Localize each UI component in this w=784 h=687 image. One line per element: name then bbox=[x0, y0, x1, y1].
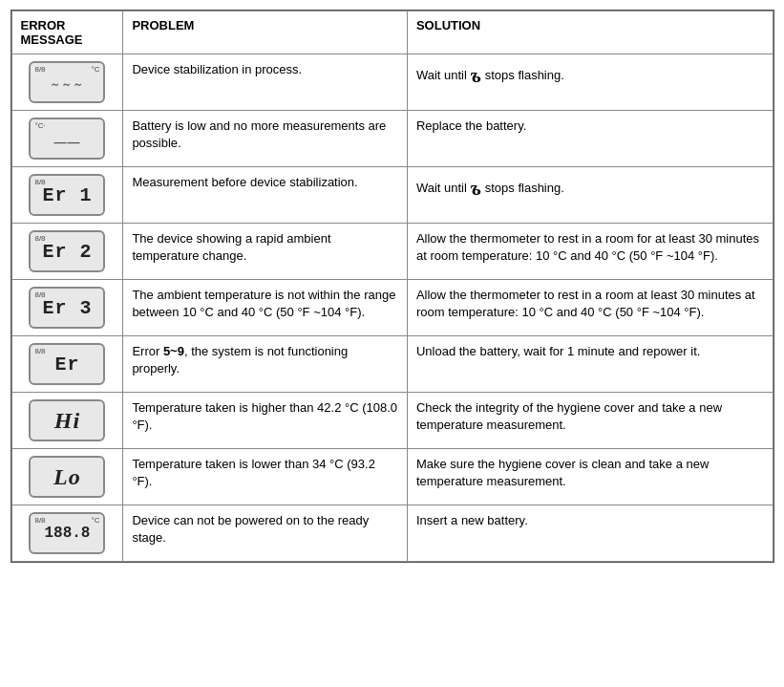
solution-cell: Wait until ъ stops flashing. bbox=[407, 54, 773, 111]
lcd-display: 8/8Er bbox=[29, 343, 105, 385]
error-cell: Lo bbox=[11, 449, 123, 505]
table-row: °C·——Battery is low and no more measurem… bbox=[11, 111, 773, 167]
lcd-text: Hi bbox=[54, 408, 80, 434]
lcd-text: 188.8 bbox=[44, 525, 90, 542]
solution-cell: Insert a new battery. bbox=[407, 505, 773, 562]
lcd-display: 8/8Er 2 bbox=[29, 230, 105, 272]
lcd-display: Lo bbox=[29, 456, 105, 498]
solution-text: Allow the thermometer to rest in a room … bbox=[416, 287, 764, 321]
error-table: ERRORMESSAGE PROBLEM SOLUTION 8/8°C～～～De… bbox=[11, 10, 774, 563]
error-cell: 8/8°C～～～ bbox=[11, 54, 123, 111]
header-solution: SOLUTION bbox=[407, 11, 773, 54]
solution-text: Make sure the hygiene cover is clean and… bbox=[416, 456, 764, 490]
problem-cell: Device can not be powered on to the read… bbox=[123, 505, 408, 562]
solution-cell: Replace the battery. bbox=[407, 111, 773, 167]
table-row: HiTemperature taken is higher than 42.2 … bbox=[11, 393, 773, 449]
header-problem: PROBLEM bbox=[123, 11, 408, 54]
error-cell: 8/8Er 1 bbox=[11, 167, 123, 224]
error-cell: Hi bbox=[11, 393, 123, 449]
header-error: ERRORMESSAGE bbox=[11, 11, 123, 54]
lcd-display: 8/8Er 1 bbox=[29, 174, 105, 216]
table-row: 8/8°C～～～Device stabilization in process.… bbox=[11, 54, 773, 111]
solution-cell: Allow the thermometer to rest in a room … bbox=[407, 280, 773, 336]
solution-cell: Make sure the hygiene cover is clean and… bbox=[407, 449, 773, 505]
lcd-display: °C·—— bbox=[29, 118, 105, 160]
table-row: 8/8ErError 5~9, the system is not functi… bbox=[11, 336, 773, 393]
problem-text: The device showing a rapid ambient tempe… bbox=[132, 230, 398, 265]
error-cell: 8/8Er 2 bbox=[11, 224, 123, 280]
table-row: 8/8Er 2The device showing a rapid ambien… bbox=[11, 224, 773, 280]
lcd-text: —— bbox=[53, 135, 80, 149]
lcd-text: ～～～ bbox=[50, 72, 84, 94]
flash-icon: ъ bbox=[471, 63, 482, 87]
error-cell: 8/8Er 3 bbox=[11, 280, 123, 336]
lcd-display: Hi bbox=[29, 399, 105, 441]
problem-text: The ambient temperature is not within th… bbox=[132, 287, 398, 321]
solution-text: Check the integrity of the hygiene cover… bbox=[416, 399, 764, 434]
problem-cell: Device stabilization in process. bbox=[123, 54, 408, 111]
table-row: 8/8Er 3The ambient temperature is not wi… bbox=[11, 280, 773, 336]
flash-icon: ъ bbox=[471, 176, 482, 200]
problem-text: Device stabilization in process. bbox=[132, 61, 398, 78]
solution-text: Allow the thermometer to rest in a room … bbox=[416, 230, 764, 265]
problem-text: Battery is low and no more measurements … bbox=[132, 118, 398, 152]
lcd-text: Er bbox=[54, 354, 79, 376]
problem-cell: Measurement before device stabilization. bbox=[123, 167, 408, 224]
lcd-text: Er 3 bbox=[42, 297, 92, 319]
lcd-display: 8/8°C188.8 bbox=[29, 512, 105, 554]
solution-cell: Unload the battery, wait for 1 minute an… bbox=[407, 336, 773, 393]
problem-text: Device can not be powered on to the read… bbox=[132, 512, 398, 547]
problem-text: Measurement before device stabilization. bbox=[132, 174, 398, 191]
lcd-text: Er 2 bbox=[42, 241, 92, 263]
lcd-display: 8/8°C～～～ bbox=[29, 61, 105, 103]
solution-text: Wait until ъ stops flashing. bbox=[416, 61, 764, 91]
lcd-display: 8/8Er 3 bbox=[29, 287, 105, 329]
solution-text: Unload the battery, wait for 1 minute an… bbox=[416, 343, 764, 360]
solution-cell: Wait until ъ stops flashing. bbox=[407, 167, 773, 224]
problem-text: Temperature taken is lower than 34 °C (9… bbox=[132, 456, 398, 490]
solution-text: Replace the battery. bbox=[416, 118, 764, 135]
problem-cell: Error 5~9, the system is not functioning… bbox=[123, 336, 408, 393]
table-row: 8/8Er 1Measurement before device stabili… bbox=[11, 167, 773, 224]
table-row: 8/8°C188.8Device can not be powered on t… bbox=[11, 505, 773, 562]
table-row: LoTemperature taken is lower than 34 °C … bbox=[11, 449, 773, 505]
lcd-text: Er 1 bbox=[42, 184, 92, 206]
problem-text: Temperature taken is higher than 42.2 °C… bbox=[132, 399, 398, 434]
problem-cell: The ambient temperature is not within th… bbox=[123, 280, 408, 336]
solution-cell: Allow the thermometer to rest in a room … bbox=[407, 224, 773, 280]
error-cell: 8/8°C188.8 bbox=[11, 505, 123, 562]
problem-cell: The device showing a rapid ambient tempe… bbox=[123, 224, 408, 280]
error-cell: 8/8Er bbox=[11, 336, 123, 393]
problem-cell: Temperature taken is higher than 42.2 °C… bbox=[123, 393, 408, 449]
problem-cell: Battery is low and no more measurements … bbox=[123, 111, 408, 167]
solution-text: Wait until ъ stops flashing. bbox=[416, 174, 764, 204]
lcd-text: Lo bbox=[53, 464, 81, 490]
solution-cell: Check the integrity of the hygiene cover… bbox=[407, 393, 773, 449]
problem-text: Error 5~9, the system is not functioning… bbox=[132, 343, 398, 377]
error-cell: °C·—— bbox=[11, 111, 123, 167]
problem-cell: Temperature taken is lower than 34 °C (9… bbox=[123, 449, 408, 505]
solution-text: Insert a new battery. bbox=[416, 512, 764, 529]
